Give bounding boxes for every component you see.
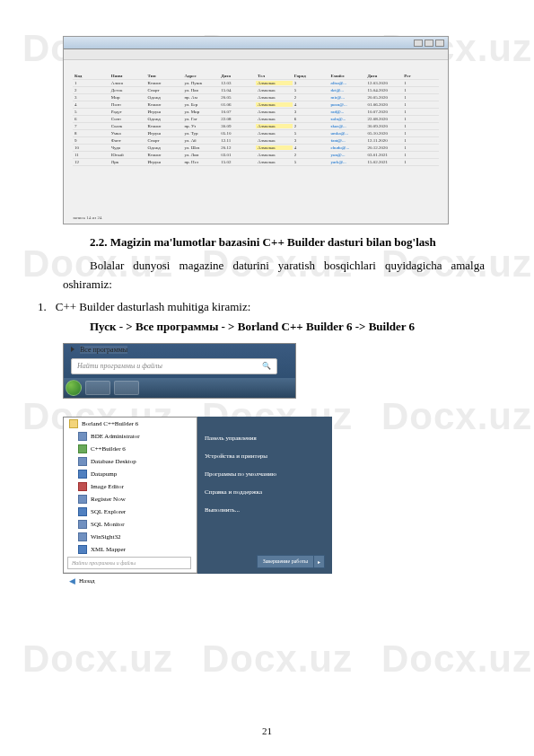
window-titlebar (64, 37, 448, 49)
start-orb-icon (66, 380, 82, 396)
close-icon (435, 40, 444, 47)
table-row: 6СолнОдеждул. Гаг22.08Алмалык6soln@...22… (73, 116, 439, 123)
search-input: Найти программы и файлы 🔍 (71, 358, 277, 374)
table-cell: Книжн (146, 81, 183, 85)
menu-item-label: SQL Monitor (91, 521, 125, 528)
table-header-cell: Дата (365, 74, 402, 78)
table-cell: 20.05.2020 (365, 95, 402, 100)
table-cell: 11 (73, 153, 109, 157)
table-cell: 3 (293, 81, 329, 85)
table-row: 3МирОдеждпр. Ам20.05Алмалык2mir@...20.05… (73, 94, 439, 101)
menu-item-label: Register Now (91, 496, 126, 503)
all-programs-label: Все программы (80, 346, 127, 354)
task-button (85, 381, 110, 395)
table-cell: Игруш (146, 160, 183, 164)
watermark: Docx.uz (202, 637, 353, 681)
menu-item-label: SQL Explorer (91, 508, 126, 515)
table-cell: Алиса (109, 81, 146, 85)
table-cell: 03.01.2021 (365, 153, 402, 157)
table-header-cell: Наим (109, 74, 146, 78)
data-table: КодНаимТипАдресДатаТелГородЕмайлДатаРег1… (73, 73, 439, 166)
table-cell: Спорт (146, 88, 183, 92)
table-cell: ул. Нав (182, 88, 219, 92)
start-menu-right-panel: Панель управленияУстройства и принтерыПр… (197, 417, 332, 574)
table-cell: Книжн (146, 124, 183, 128)
menu-item-label: XML Mapper (91, 546, 126, 553)
window-toolbar (64, 49, 448, 60)
table-cell: Алмалык (256, 81, 293, 85)
menu-item: WinSight32 (64, 531, 197, 543)
table-cell: 4 (73, 102, 109, 107)
table-header-row: КодНаимТипАдресДатаТелГородЕмайлДатаРег (73, 73, 439, 80)
folder-icon (69, 419, 78, 428)
table-header-cell: Рег (402, 74, 439, 78)
table-cell: 1 (402, 131, 439, 136)
table-cell: 1 (402, 160, 439, 164)
table-cell: umka@... (329, 131, 366, 136)
table-cell: 3 (73, 95, 109, 100)
back-label: Назад (79, 577, 95, 585)
table-cell: ул. Тур (182, 131, 219, 136)
maximize-icon (425, 40, 433, 47)
table-cell: 20.05 (219, 95, 256, 100)
table-header-cell: Емайл (329, 74, 366, 78)
blue-icon (78, 507, 87, 516)
table-cell: 2 (73, 88, 109, 92)
start-menu-left-panel: Borland C++Builder 6 BDE AdministratorC+… (63, 417, 197, 574)
table-row: 4ПознКнижнул. Бер01.06Алмалык4pozn@...01… (73, 101, 439, 109)
table-cell: ул. Гаг (182, 117, 219, 121)
table-cell: 5 (293, 160, 329, 164)
table-cell: 01.06.2020 (365, 102, 402, 107)
table-cell: 1 (402, 88, 439, 92)
table-header-cell: Тип (146, 74, 183, 78)
table-cell: Фант (109, 138, 146, 143)
table-cell: ул. Пушк (182, 81, 219, 85)
table-cell: Алмалык (256, 88, 293, 92)
list-item: 1. C++ Builder dasturlash muhitiga kiram… (63, 300, 485, 314)
table-cell: ул. Бер (182, 102, 219, 107)
table-cell: Солн (109, 117, 146, 121)
table-cell: Одежд (146, 95, 183, 100)
blue-icon (78, 470, 87, 479)
table-cell: 1 (402, 138, 439, 143)
table-cell: 12 (73, 160, 109, 164)
watermark: Docx.uz (381, 637, 532, 681)
menu-item-label: C++Builder 6 (91, 445, 126, 453)
table-cell: 22.08.2020 (365, 117, 402, 121)
table-cell: Алмалык (256, 124, 293, 128)
table-cell: 22.08 (219, 117, 256, 121)
table-row: 5РадугИгрушул. Мир10.07Алмалык3rad@...10… (73, 109, 439, 116)
table-cell: Сказк (109, 124, 146, 128)
table-cell: 6 (73, 117, 109, 121)
table-row: 10ЧудоОдеждул. Шев20.12Алмалык4chudo@...… (73, 145, 439, 152)
table-cell: alisa@... (329, 81, 366, 85)
task-button (114, 381, 139, 395)
watermark: Docx.uz (22, 637, 173, 681)
table-row: 1АлисаКнижнул. Пушк12.03Алмалык3alisa@..… (73, 80, 439, 87)
blue-icon (78, 545, 87, 554)
red-icon (78, 482, 87, 491)
table-cell: 8 (73, 131, 109, 136)
table-cell: ул. Аб (182, 138, 219, 143)
table-cell: Радуг (109, 110, 146, 114)
search-placeholder: Найти программы и файлы (77, 362, 162, 370)
table-cell: 1 (402, 145, 439, 150)
minimize-icon (414, 40, 423, 47)
table-cell: 12.11 (219, 138, 256, 143)
table-row: 7СказкКнижнпр. Уз30.09Алмалык2skaz@...30… (73, 123, 439, 130)
table-cell: ул. Лом (182, 153, 219, 157)
menu-item: C++Builder 6 (64, 443, 197, 455)
table-cell: Книжн (146, 153, 183, 157)
taskbar (64, 378, 295, 398)
shutdown-arrow-icon: ▸ (314, 555, 325, 568)
table-cell: 4 (293, 145, 329, 150)
table-cell: 15.04.2020 (365, 88, 402, 92)
table-cell: 5 (73, 110, 109, 114)
table-cell: Алмалык (256, 95, 293, 100)
table-cell: Алмалык (256, 117, 293, 121)
table-cell: 9 (73, 138, 109, 143)
table-header-cell: Город (293, 74, 329, 78)
table-header-cell: Адрес (182, 74, 219, 78)
table-cell: 12.03 (219, 81, 256, 85)
database-screenshot: КодНаимТипАдресДатаТелГородЕмайлДатаРег1… (63, 36, 449, 224)
